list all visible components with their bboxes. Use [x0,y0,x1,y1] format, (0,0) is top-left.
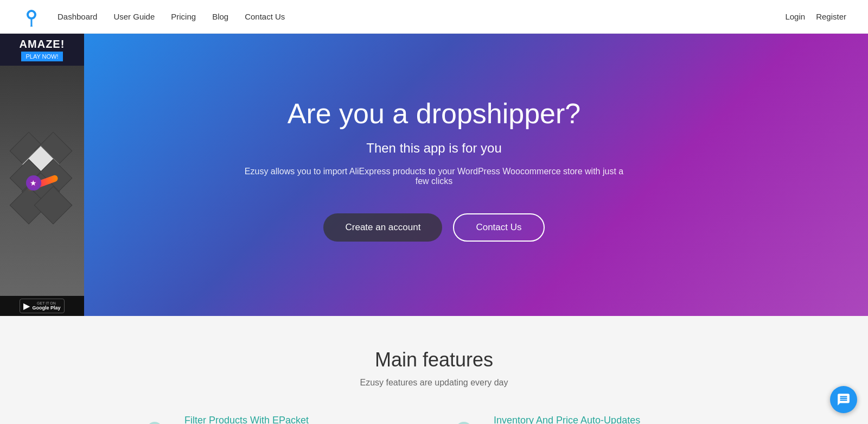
ad-visual [0,66,84,296]
feature-epacket: Filter Products With EPacket You can eas… [136,415,423,424]
navbar: Dashboard User Guide Pricing Blog Contac… [0,0,868,34]
ad-overlay: AMAZE! PLAY NOW! [0,34,84,316]
nav-links: Dashboard User Guide Pricing Blog Contac… [58,12,785,21]
logo[interactable] [22,7,41,27]
features-subheading: Ezusy features are updating every day [22,378,846,388]
svg-point-9 [455,422,473,424]
nav-right: Login Register [785,12,846,21]
epacket-icon [136,415,174,424]
hero-buttons: Create an account Contact Us [323,213,544,242]
create-account-button[interactable]: Create an account [323,213,442,242]
nav-blog[interactable]: Blog [212,12,228,21]
inventory-text: Inventory And Price Auto-Updates You'll … [494,415,693,424]
nav-pricing[interactable]: Pricing [171,12,196,21]
game-ball [26,175,41,191]
nav-dashboard[interactable]: Dashboard [58,12,97,21]
nav-contact[interactable]: Contact Us [245,12,285,21]
nav-login[interactable]: Login [785,12,805,21]
svg-point-1 [29,12,34,17]
hero-section: AMAZE! PLAY NOW! [0,34,868,316]
chat-button[interactable] [830,386,857,413]
inventory-icon [445,415,483,424]
contact-us-button[interactable]: Contact Us [453,213,544,242]
epacket-text: Filter Products With EPacket You can eas… [184,415,386,424]
hero-description: Ezusy allows you to import AliExpress pr… [244,167,624,186]
nav-register[interactable]: Register [816,12,846,21]
feature-inventory: Inventory And Price Auto-Updates You'll … [445,415,732,424]
ad-amaze-text: AMAZE! [4,38,80,50]
features-grid: Filter Products With EPacket You can eas… [136,415,732,424]
ad-footer: ▶ GET IT ON Google Play [0,296,84,316]
nav-user-guide[interactable]: User Guide [113,12,155,21]
svg-point-3 [147,422,162,424]
epacket-title: Filter Products With EPacket [184,415,386,424]
features-heading: Main features [22,349,846,371]
hero-headline: Are you a dropshipper? [288,97,581,130]
ad-playnow-text: PLAY NOW! [21,52,62,61]
hero-subheadline: Then this app is for you [366,141,501,156]
features-section: Main features Ezusy features are updatin… [0,316,868,424]
inventory-title: Inventory And Price Auto-Updates [494,415,693,424]
